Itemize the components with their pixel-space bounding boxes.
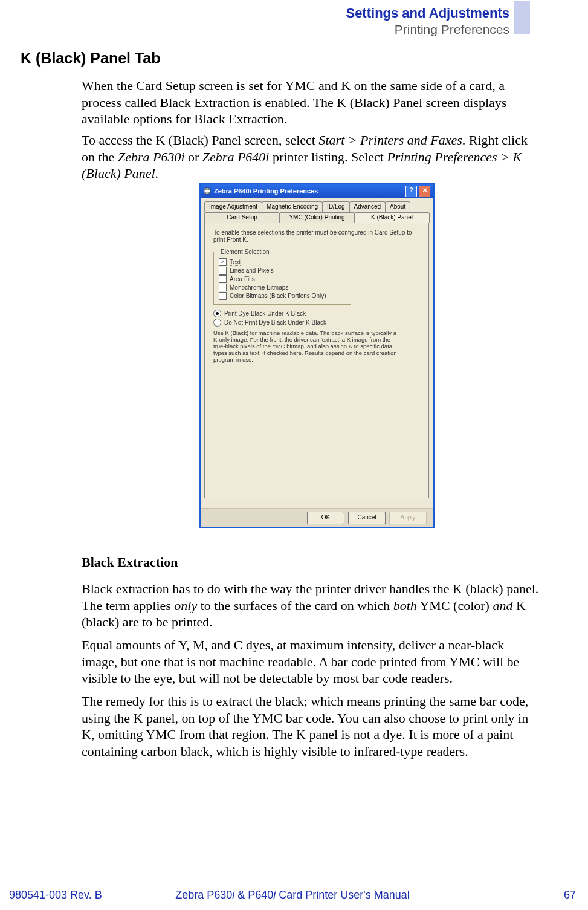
checkbox-mono-bitmaps[interactable] — [219, 284, 227, 291]
checkbox-lines-row[interactable]: Lines and Pixels — [219, 267, 346, 275]
help-button[interactable]: ? — [405, 186, 417, 197]
checkbox-area-fills-label: Area Fills — [230, 276, 255, 282]
apply-button: Apply — [389, 512, 427, 524]
footer-left: 980541-003 Rev. B — [9, 889, 102, 902]
radio-no-dye-row[interactable]: Do Not Print Dye Black Under K Black — [213, 319, 422, 327]
black-extraction-p1: Black extraction has to do with the way … — [82, 580, 541, 631]
header-accent-box — [514, 1, 530, 34]
checkbox-text[interactable] — [219, 258, 227, 266]
intro-p2-g: printer listing. Select — [269, 149, 387, 164]
tab-k-black-panel[interactable]: K (Black) Panel — [354, 212, 430, 223]
p1-f: and — [493, 598, 512, 613]
page-footer: 980541-003 Rev. B Zebra P630i & P640i Ca… — [9, 885, 576, 902]
p1-c: to the surfaces of the card on which — [197, 598, 393, 613]
intro-p2-i: . — [155, 166, 159, 181]
dialog-button-bar: OK Cancel Apply — [201, 508, 433, 527]
printer-icon — [203, 187, 212, 195]
dialog-title: Zebra P640i Printing Preferences — [214, 187, 318, 195]
intro-paragraph-1: When the Card Setup screen is set for YM… — [82, 77, 541, 128]
radio-no-dye[interactable] — [213, 319, 221, 327]
printing-preferences-dialog: Zebra P640i Printing Preferences ? ✕ Ima… — [199, 183, 435, 528]
p1-b: only — [174, 598, 197, 613]
tabs-container: Image Adjustment Magnetic Encoding ID/Lo… — [201, 198, 433, 498]
checkbox-mono-bitmaps-row[interactable]: Monochrome Bitmaps — [219, 284, 346, 291]
checkbox-color-bitmaps-row[interactable]: Color Bitmaps (Black Portions Only) — [219, 292, 346, 300]
dialog-titlebar[interactable]: Zebra P640i Printing Preferences ? ✕ — [201, 184, 433, 198]
black-extraction-p3: The remedy for this is to extract the bl… — [82, 693, 541, 759]
p1-d: both — [393, 598, 417, 613]
radio-print-dye-row[interactable]: Print Dye Black Under K Black — [213, 310, 422, 317]
checkbox-text-row[interactable]: Text — [219, 258, 346, 266]
tab-card-setup[interactable]: Card Setup — [204, 212, 280, 223]
header-subtitle: Printing Preferences — [346, 22, 509, 37]
element-selection-group: Element Selection Text Lines and Pixels … — [213, 249, 351, 305]
tab-ymc-color-printing[interactable]: YMC (Color) Printing — [279, 212, 355, 223]
panel-instruction: To enable these selections the printer m… — [213, 229, 422, 244]
checkbox-color-bitmaps-label: Color Bitmaps (Black Portions Only) — [230, 293, 326, 299]
footer-c-a: Zebra P630 — [175, 889, 232, 901]
intro-p2-f: Zebra P640i — [202, 149, 270, 164]
p1-e: YMC (color) — [417, 598, 493, 613]
checkbox-text-label: Text — [230, 259, 241, 266]
tab-image-adjustment[interactable]: Image Adjustment — [204, 201, 262, 212]
k-black-panel-content: To enable these selections the printer m… — [204, 223, 429, 498]
close-button[interactable]: ✕ — [419, 186, 430, 197]
radio-print-dye[interactable] — [213, 310, 221, 317]
element-selection-legend: Element Selection — [219, 249, 271, 255]
checkbox-mono-bitmaps-label: Monochrome Bitmaps — [230, 284, 288, 291]
svg-rect-2 — [205, 192, 209, 194]
intro-p2-e: or — [185, 149, 202, 164]
header-title: Settings and Adjustments — [346, 5, 509, 22]
intro-paragraph-2: To access the K (Black) Panel screen, se… — [82, 132, 541, 182]
intro-p2-b: Start > Printers and Faxes — [318, 132, 462, 148]
checkbox-lines-label: Lines and Pixels — [230, 267, 274, 274]
footer-c-e: Card Printer User's Manual — [276, 889, 410, 901]
panel-help-text: Use K (Black) for machine readable data.… — [213, 330, 398, 363]
footer-c-c: & P640 — [234, 889, 273, 901]
tab-row-2: Card Setup YMC (Color) Printing K (Black… — [204, 212, 429, 223]
black-extraction-p2: Equal amounts of Y, M, and C dyes, at ma… — [82, 637, 541, 687]
cancel-button[interactable]: Cancel — [348, 512, 386, 524]
page-header: Settings and Adjustments Printing Prefer… — [346, 5, 509, 37]
intro-p2-a: To access the K (Black) Panel screen, se… — [82, 132, 318, 148]
checkbox-area-fills[interactable] — [219, 275, 227, 283]
tab-about[interactable]: About — [385, 201, 410, 212]
intro-p2-d: Zebra P630i — [118, 149, 185, 164]
tab-row-1: Image Adjustment Magnetic Encoding ID/Lo… — [204, 201, 429, 212]
tab-id-log[interactable]: ID/Log — [322, 201, 349, 212]
ok-button[interactable]: OK — [307, 512, 344, 524]
section-title: K (Black) Panel Tab — [21, 50, 161, 67]
checkbox-area-fills-row[interactable]: Area Fills — [219, 275, 346, 283]
radio-no-dye-label: Do Not Print Dye Black Under K Black — [224, 319, 326, 326]
footer-page-number: 67 — [564, 889, 576, 902]
checkbox-color-bitmaps[interactable] — [219, 292, 227, 300]
tab-magnetic-encoding[interactable]: Magnetic Encoding — [262, 201, 323, 212]
black-extraction-heading: Black Extraction — [82, 554, 541, 571]
tab-advanced[interactable]: Advanced — [349, 201, 386, 212]
radio-print-dye-label: Print Dye Black Under K Black — [224, 310, 306, 317]
checkbox-lines[interactable] — [219, 267, 227, 275]
svg-rect-1 — [205, 188, 209, 190]
